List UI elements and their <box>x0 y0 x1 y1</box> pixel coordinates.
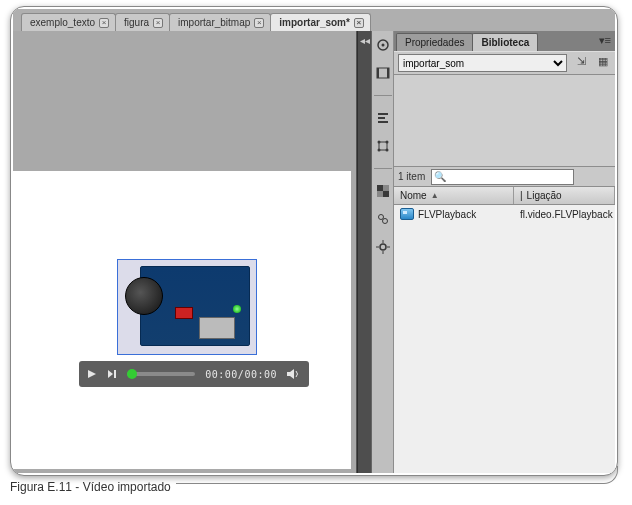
panel-collapse-gutter[interactable]: ◂◂ <box>357 31 371 473</box>
figure-caption: Figura E.11 - Vídeo importado <box>10 480 171 494</box>
close-icon[interactable]: × <box>153 18 163 28</box>
right-panel: Propriedades Biblioteca ▾≡ importar_som … <box>371 31 615 473</box>
tab-label: importar_bitmap <box>178 17 250 28</box>
list-item[interactable]: FLVPlayback fl.video.FLVPlayback <box>394 205 615 223</box>
svg-rect-20 <box>383 191 389 197</box>
video-controlbar: 00:00/00:00 <box>79 361 309 387</box>
tab-label: importar_som* <box>279 17 350 28</box>
doc-tab-importar-som[interactable]: importar_som* × <box>270 13 371 31</box>
play-icon[interactable] <box>87 369 97 379</box>
stage-area[interactable]: 00:00/00:00 <box>13 31 357 473</box>
stage-canvas[interactable]: 00:00/00:00 <box>13 171 351 469</box>
library-list[interactable]: FLVPlayback fl.video.FLVPlayback <box>394 205 615 473</box>
panel-iconstrip <box>372 31 394 473</box>
svg-marker-3 <box>287 369 294 379</box>
chevron-right-icon: ◂◂ <box>360 35 370 46</box>
volume-icon[interactable] <box>287 368 301 380</box>
transform-icon[interactable] <box>375 138 391 154</box>
svg-point-13 <box>377 141 380 144</box>
skip-icon[interactable] <box>107 369 117 379</box>
svg-point-16 <box>385 149 388 152</box>
svg-point-5 <box>381 44 384 47</box>
svg-rect-2 <box>114 370 116 378</box>
library-list-header: Nome ▲ | Ligação <box>394 187 615 205</box>
item-linkage: fl.video.FLVPlayback <box>514 209 615 220</box>
doc-tab-figura[interactable]: figura × <box>115 13 170 31</box>
panel-tabbar: Propriedades Biblioteca ▾≡ <box>394 31 615 51</box>
tab-label: figura <box>124 17 149 28</box>
svg-marker-1 <box>108 370 113 378</box>
library-preview <box>394 75 615 167</box>
library-search-input[interactable] <box>431 169 574 185</box>
time-display: 00:00/00:00 <box>205 369 277 380</box>
svg-rect-8 <box>387 68 389 78</box>
tools-icon[interactable] <box>375 37 391 53</box>
column-name[interactable]: Nome ▲ <box>394 187 514 204</box>
svg-rect-7 <box>377 68 379 78</box>
tab-library[interactable]: Biblioteca <box>472 33 538 51</box>
library-doc-select[interactable]: importar_som <box>398 54 567 72</box>
close-icon[interactable]: × <box>99 18 109 28</box>
seek-slider[interactable] <box>127 372 195 376</box>
sort-asc-icon: ▲ <box>431 191 439 200</box>
svg-rect-11 <box>378 121 388 123</box>
component-icon <box>400 208 414 220</box>
document-tabbar: exemplo_texto × figura × importar_bitmap… <box>13 9 615 31</box>
close-icon[interactable]: × <box>254 18 264 28</box>
close-icon[interactable]: × <box>354 18 364 28</box>
swatches-icon[interactable] <box>375 183 391 199</box>
tab-label: exemplo_texto <box>30 17 95 28</box>
new-library-icon[interactable]: ▦ <box>595 55 611 71</box>
svg-rect-18 <box>383 185 389 191</box>
svg-rect-17 <box>377 185 383 191</box>
align-icon[interactable] <box>375 110 391 126</box>
panel-menu-icon[interactable]: ▾≡ <box>599 34 611 47</box>
library-doc-selector-row: importar_som ⇲ ▦ <box>394 51 615 75</box>
app-window: exemplo_texto × figura × importar_bitmap… <box>10 6 618 476</box>
caption-rule <box>176 466 618 484</box>
svg-point-23 <box>380 244 386 250</box>
library-filter-row: 1 item 🔍 <box>394 167 615 187</box>
svg-point-22 <box>382 219 387 224</box>
svg-rect-9 <box>378 113 388 115</box>
svg-point-14 <box>385 141 388 144</box>
svg-marker-0 <box>88 370 96 378</box>
flvplayback-instance[interactable] <box>117 259 257 355</box>
chain-icon[interactable] <box>375 211 391 227</box>
svg-rect-12 <box>379 142 387 150</box>
svg-point-21 <box>378 215 383 220</box>
item-name: FLVPlayback <box>418 209 476 220</box>
svg-rect-10 <box>378 117 385 119</box>
column-linkage[interactable]: | Ligação <box>514 187 615 204</box>
svg-point-15 <box>377 149 380 152</box>
video-thumbnail <box>140 266 250 346</box>
film-icon[interactable] <box>375 65 391 81</box>
tab-properties[interactable]: Propriedades <box>396 33 473 51</box>
doc-tab-exemplo-texto[interactable]: exemplo_texto × <box>21 13 116 31</box>
svg-rect-19 <box>377 191 383 197</box>
search-icon: 🔍 <box>434 171 446 182</box>
pin-icon[interactable]: ⇲ <box>573 55 589 71</box>
item-count: 1 item <box>398 171 425 182</box>
gear-icon[interactable] <box>375 239 391 255</box>
doc-tab-importar-bitmap[interactable]: importar_bitmap × <box>169 13 271 31</box>
